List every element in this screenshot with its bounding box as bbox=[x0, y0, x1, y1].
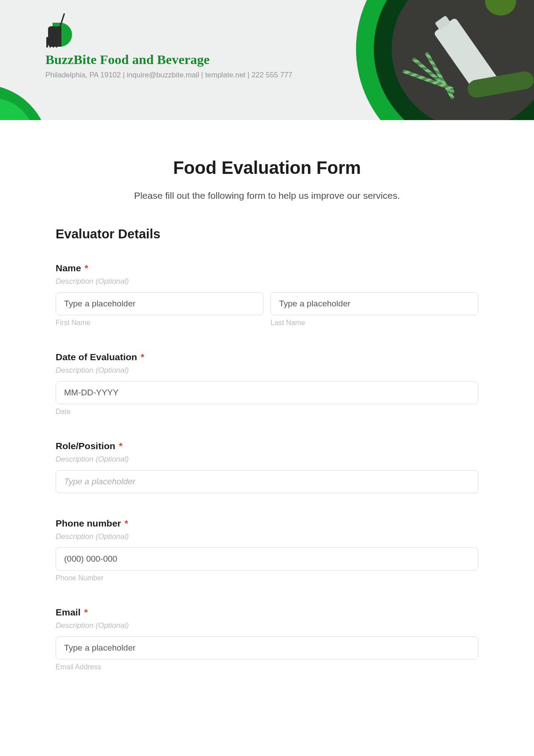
field-email: Email * Description (Optional) Email Add… bbox=[56, 607, 478, 671]
field-label: Date of Evaluation * bbox=[56, 352, 478, 362]
decor-photo-ring bbox=[356, 0, 534, 120]
date-input[interactable] bbox=[56, 381, 478, 404]
field-date: Date of Evaluation * Description (Option… bbox=[56, 352, 478, 416]
required-marker: * bbox=[119, 441, 122, 451]
field-role: Role/Position * Description (Optional) bbox=[56, 441, 478, 493]
field-description: Description (Optional) bbox=[56, 455, 478, 464]
field-description: Description (Optional) bbox=[56, 277, 478, 286]
header-banner: BuzzBite Food and Beverage Philadelphia,… bbox=[0, 0, 534, 120]
field-label: Phone number * bbox=[56, 518, 478, 529]
email-input[interactable] bbox=[56, 636, 478, 659]
label-text: Role/Position bbox=[56, 441, 115, 451]
sublabel-email: Email Address bbox=[56, 663, 478, 671]
field-description: Description (Optional) bbox=[56, 532, 478, 541]
role-input[interactable] bbox=[56, 470, 478, 493]
brand-contact-line: Philadelphia, PA 19102 | inquire@buzzbit… bbox=[45, 71, 292, 79]
field-name: Name * Description (Optional) First Name… bbox=[56, 263, 478, 327]
sublabel-first-name: First Name bbox=[56, 319, 263, 327]
field-phone: Phone number * Description (Optional) Ph… bbox=[56, 518, 478, 582]
sublabel-date: Date bbox=[56, 408, 478, 416]
brand-logo-icon bbox=[45, 16, 74, 48]
brand-block: BuzzBite Food and Beverage Philadelphia,… bbox=[45, 16, 292, 79]
brand-name: BuzzBite Food and Beverage bbox=[45, 52, 292, 67]
required-marker: * bbox=[141, 352, 144, 362]
sublabel-last-name: Last Name bbox=[271, 319, 478, 327]
required-marker: * bbox=[84, 607, 88, 617]
phone-input[interactable] bbox=[56, 547, 478, 571]
first-name-input[interactable] bbox=[56, 292, 263, 315]
section-heading-evaluator: Evaluator Details bbox=[56, 227, 478, 241]
field-label: Role/Position * bbox=[56, 441, 478, 451]
label-text: Phone number bbox=[56, 518, 121, 528]
last-name-input[interactable] bbox=[271, 292, 478, 315]
label-text: Date of Evaluation bbox=[56, 352, 137, 362]
form-content: Food Evaluation Form Please fill out the… bbox=[0, 120, 534, 671]
label-text: Email bbox=[56, 607, 81, 617]
sublabel-phone: Phone Number bbox=[56, 574, 478, 582]
form-title: Food Evaluation Form bbox=[56, 158, 478, 178]
form-subtitle: Please fill out the following form to he… bbox=[56, 190, 478, 201]
required-marker: * bbox=[85, 263, 88, 273]
field-label: Email * bbox=[56, 607, 478, 618]
label-text: Name bbox=[56, 263, 81, 273]
field-description: Description (Optional) bbox=[56, 621, 478, 630]
field-label: Name * bbox=[56, 263, 478, 273]
required-marker: * bbox=[125, 518, 128, 528]
field-description: Description (Optional) bbox=[56, 366, 478, 375]
